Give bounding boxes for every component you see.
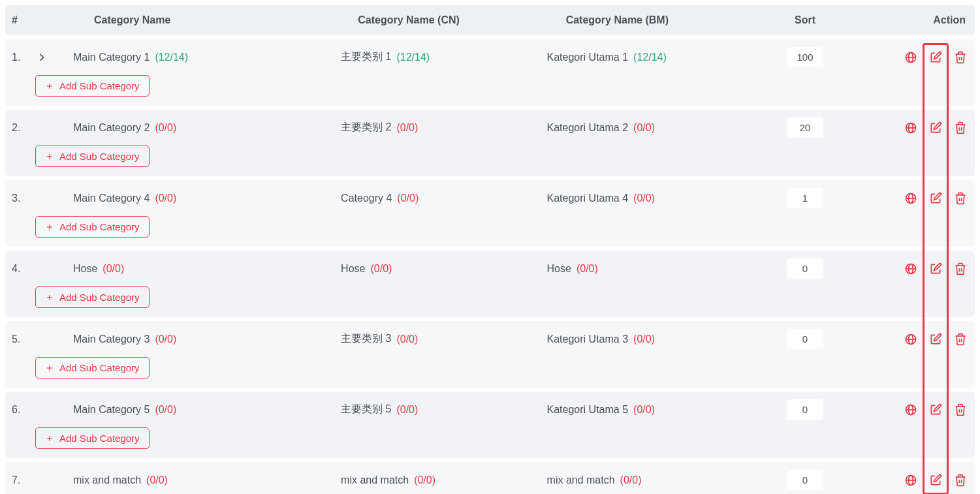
language-button[interactable] <box>903 50 919 65</box>
row-index: 7. <box>12 474 20 486</box>
globe-icon <box>904 403 917 416</box>
add-sub-category-button[interactable]: Add Sub Category <box>35 146 150 167</box>
sort-input[interactable] <box>787 117 823 138</box>
add-sub-category-button[interactable]: Add Sub Category <box>35 216 150 238</box>
category-name-count: (0/0) <box>146 474 168 486</box>
category-name-bm: Kategori Utama 2 <box>547 122 629 134</box>
edit-button[interactable] <box>928 191 943 206</box>
category-name: Main Category 3 <box>73 333 150 345</box>
trash-icon <box>954 51 967 64</box>
add-sub-label: Add Sub Category <box>59 292 140 303</box>
edit-icon <box>929 192 942 205</box>
category-name-bm-count: (0/0) <box>577 263 598 275</box>
delete-button[interactable] <box>953 261 968 277</box>
language-button[interactable] <box>903 191 919 206</box>
expand-button[interactable] <box>34 50 50 65</box>
header-action: Action <box>933 14 966 26</box>
language-button[interactable] <box>903 261 919 277</box>
globe-icon <box>904 474 917 487</box>
table-row: 7.mix and match(0/0)mix and match(0/0)mi… <box>5 462 975 494</box>
category-name-cn: Cateogry 4 <box>341 193 392 204</box>
category-name-cn: Hose <box>341 263 365 275</box>
category-name-count: (0/0) <box>155 333 176 345</box>
sort-input[interactable] <box>787 188 823 208</box>
plus-icon <box>45 293 54 302</box>
category-name-count: (0/0) <box>103 263 124 275</box>
trash-icon <box>954 474 967 487</box>
add-sub-label: Add Sub Category <box>59 80 140 91</box>
row-index: 3. <box>12 193 20 204</box>
category-name-cn: 主要类别 3 <box>341 332 391 346</box>
category-name-count: (0/0) <box>155 122 176 134</box>
category-name-bm: Kategori Utama 5 <box>547 404 629 416</box>
table-row: 2.Main Category 2(0/0)主要类别 2(0/0)Kategor… <box>5 110 975 176</box>
row-index: 4. <box>12 263 20 274</box>
header-index: # <box>12 14 18 25</box>
row-index: 1. <box>12 52 20 63</box>
trash-icon <box>954 333 967 346</box>
header-name: Category Name <box>94 14 170 26</box>
edit-icon <box>929 51 942 64</box>
plus-icon <box>45 82 54 91</box>
globe-icon <box>904 51 917 64</box>
category-name-bm-count: (0/0) <box>633 193 655 204</box>
trash-icon <box>954 262 967 275</box>
delete-button[interactable] <box>953 402 968 418</box>
language-button[interactable] <box>903 402 919 418</box>
category-name-cn: mix and match <box>341 474 409 486</box>
plus-icon <box>45 152 54 161</box>
add-sub-label: Add Sub Category <box>59 221 140 232</box>
category-name-cn-count: (0/0) <box>414 474 435 486</box>
category-name-bm-count: (12/14) <box>633 52 667 63</box>
table-row: 6.Main Category 5(0/0)主要类别 5(0/0)Kategor… <box>5 392 975 458</box>
sort-input[interactable] <box>787 47 823 67</box>
category-name-count: (0/0) <box>155 404 176 416</box>
edit-button[interactable] <box>928 120 943 136</box>
plus-icon <box>45 223 54 232</box>
edit-button[interactable] <box>928 261 943 277</box>
trash-icon <box>954 121 967 134</box>
plus-icon <box>45 363 54 373</box>
add-sub-category-button[interactable]: Add Sub Category <box>35 75 150 97</box>
delete-button[interactable] <box>953 332 968 347</box>
category-name-cn: 主要类别 5 <box>341 403 391 416</box>
table-row: 5.Main Category 3(0/0)主要类别 3(0/0)Kategor… <box>5 321 975 388</box>
category-name-cn-count: (0/0) <box>396 333 418 345</box>
language-button[interactable] <box>903 332 919 347</box>
language-button[interactable] <box>903 472 919 488</box>
category-name-bm: Kategori Utama 3 <box>547 333 629 345</box>
add-sub-category-button[interactable]: Add Sub Category <box>35 427 150 449</box>
edit-button[interactable] <box>928 402 943 418</box>
category-name-bm: Kategori Utama 1 <box>547 52 629 63</box>
language-button[interactable] <box>903 120 919 136</box>
category-name: Main Category 5 <box>73 404 150 416</box>
add-sub-category-button[interactable]: Add Sub Category <box>35 286 150 308</box>
category-name-bm: Kategori Utama 4 <box>547 193 629 204</box>
category-name-cn: 主要类别 2 <box>341 121 391 134</box>
table-row: 1.Main Category 1(12/14)主要类别 1(12/14)Kat… <box>5 39 975 106</box>
sort-input[interactable] <box>787 470 823 490</box>
edit-button[interactable] <box>928 50 943 65</box>
category-name-count: (12/14) <box>155 52 188 63</box>
edit-icon <box>929 403 942 416</box>
sort-input[interactable] <box>787 399 823 420</box>
globe-icon <box>904 192 917 205</box>
row-index: 2. <box>12 122 20 133</box>
category-name-cn-count: (0/0) <box>396 404 418 416</box>
sort-input[interactable] <box>787 258 823 279</box>
add-sub-category-button[interactable]: Add Sub Category <box>35 357 150 378</box>
category-name-bm: mix and match <box>547 474 615 486</box>
edit-button[interactable] <box>928 332 943 347</box>
category-name-bm-count: (0/0) <box>633 404 655 416</box>
sort-input[interactable] <box>787 329 823 349</box>
delete-button[interactable] <box>953 50 968 65</box>
chevron-right-icon <box>35 51 48 64</box>
edit-icon <box>929 474 942 487</box>
delete-button[interactable] <box>953 472 968 488</box>
delete-button[interactable] <box>953 120 968 136</box>
delete-button[interactable] <box>953 191 968 206</box>
category-name: Main Category 4 <box>73 193 150 204</box>
category-name-bm-count: (0/0) <box>633 122 655 134</box>
edit-icon <box>929 121 942 134</box>
edit-button[interactable] <box>928 472 943 488</box>
